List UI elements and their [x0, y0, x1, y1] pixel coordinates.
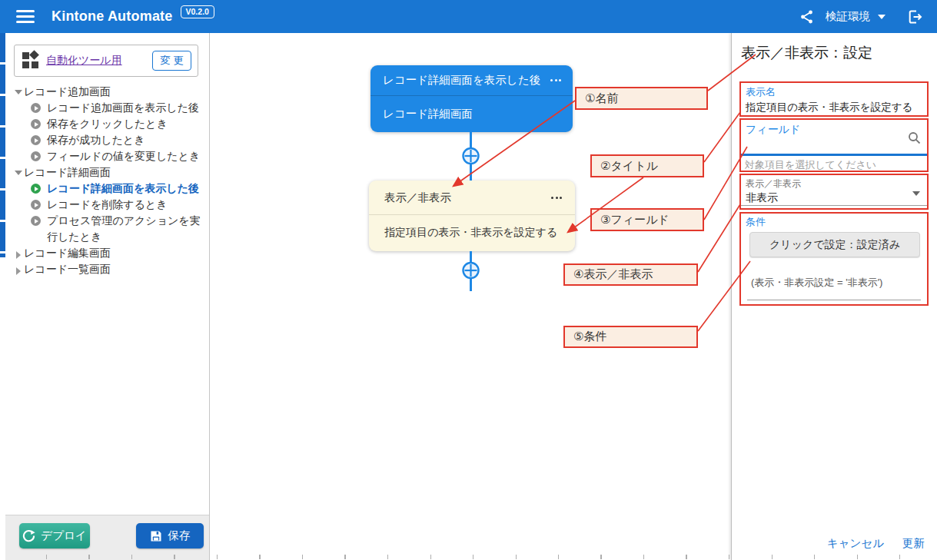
sync-icon — [22, 529, 35, 542]
top-header-bar: Kintone Automate V0.2.0 検証環境 — [0, 0, 937, 33]
display-name-field[interactable]: 表示名 指定項目の表示・非表示を設定する — [739, 81, 929, 117]
condition-config-button[interactable]: クリックで設定：設定済み — [749, 232, 920, 257]
tree-item[interactable]: 保存をクリックしたとき — [5, 116, 204, 132]
settings-panel: 表示／非表示：設定 表示名 指定項目の表示・非表示を設定する フィールド 対象項… — [731, 33, 937, 560]
add-step-plus-icon — [464, 148, 479, 164]
play-circle-icon — [31, 151, 41, 161]
app-icon — [22, 52, 39, 69]
trigger-node-subtitle: レコード詳細画面 — [370, 96, 573, 131]
node-menu-icon[interactable] — [550, 194, 563, 202]
annotation-condition: ⑤条件 — [563, 326, 698, 348]
tree-group-record-add[interactable]: レコード追加画面 — [5, 84, 204, 100]
visibility-label: 表示／非表示 — [746, 177, 922, 191]
play-circle-icon — [31, 135, 41, 145]
trigger-node-title: レコード詳細画面を表示した後 — [383, 73, 540, 88]
play-circle-icon-active — [31, 184, 41, 194]
field-placeholder: 対象項目を選択してください — [745, 158, 876, 172]
caret-right-icon — [13, 251, 24, 259]
update-button[interactable]: 更新 — [902, 536, 925, 551]
field-label: フィールド — [746, 123, 922, 137]
condition-underline — [747, 300, 921, 300]
condition-label: 条件 — [746, 215, 922, 229]
action-node-title: 表示／非表示 — [384, 191, 451, 205]
left-edge-strip — [0, 33, 5, 257]
version-badge: V0.2.0 — [181, 5, 214, 18]
play-circle-icon — [31, 200, 41, 210]
condition-field: 条件 クリックで設定：設定済み (表示・非表示設定 = '非表示') — [739, 212, 929, 306]
chevron-down-icon — [912, 191, 920, 196]
change-app-button[interactable]: 変 更 — [152, 51, 191, 71]
app-name-link[interactable]: 自動化ツール用 — [46, 54, 122, 68]
visibility-value: 非表示 — [746, 191, 922, 205]
tree-group-record-list[interactable]: レコード一覧画面 — [5, 261, 204, 277]
sidebar-footer: デプロイ 保存 — [5, 515, 209, 560]
caret-right-icon — [13, 267, 24, 275]
tree-item-selected[interactable]: レコード詳細画面を表示した後 — [5, 181, 204, 197]
tree-item[interactable]: レコード追加画面を表示した後 — [5, 100, 204, 116]
caret-down-icon — [13, 90, 24, 94]
search-icon[interactable] — [907, 131, 922, 148]
chevron-down-icon — [878, 15, 885, 19]
tree-item[interactable]: プロセス管理のアクションを実行したとき — [5, 213, 204, 245]
action-node-subtitle: 指定項目の表示・非表示を設定する — [369, 215, 575, 250]
display-name-value: 指定項目の表示・非表示を設定する — [746, 101, 922, 114]
save-button[interactable]: 保存 — [136, 523, 204, 548]
app-card: 自動化ツール用 変 更 — [14, 45, 198, 77]
logout-icon[interactable] — [907, 9, 923, 25]
panel-title: 表示／非表示：設定 — [741, 43, 872, 63]
play-circle-icon — [31, 216, 41, 226]
annotation-title: ②タイトル — [590, 154, 704, 177]
environment-selector[interactable]: 検証環境 — [826, 9, 885, 24]
visibility-underline — [741, 205, 927, 206]
tree-item[interactable]: 保存が成功したとき — [5, 132, 204, 148]
display-name-label: 表示名 — [746, 85, 922, 99]
field-selector[interactable]: フィールド 対象項目を選択してください — [739, 118, 929, 172]
hamburger-menu-icon[interactable] — [16, 10, 35, 23]
visibility-select[interactable]: 表示／非表示 非表示 — [739, 174, 929, 210]
field-input-underline — [741, 154, 927, 156]
condition-summary: (表示・非表示設定 = '非表示') — [751, 276, 882, 290]
environment-label: 検証環境 — [826, 9, 870, 24]
share-icon[interactable] — [799, 9, 815, 25]
annotation-visibility: ④表示／非表示 — [563, 263, 698, 286]
annotation-field: ③フィールド — [590, 208, 704, 231]
tree-group-record-edit[interactable]: レコード編集画面 — [5, 245, 204, 261]
sidebar: 自動化ツール用 変 更 レコード追加画面 レコード追加画面を表示した後 保存をク… — [5, 33, 210, 560]
tree-item[interactable]: フィールドの値を変更したとき — [5, 148, 204, 164]
play-circle-icon — [31, 119, 41, 129]
tree-group-record-detail[interactable]: レコード詳細画面 — [5, 164, 204, 181]
app-title: Kintone Automate — [52, 8, 173, 25]
play-circle-icon — [31, 103, 41, 113]
caret-down-icon — [13, 171, 24, 175]
cancel-button[interactable]: キャンセル — [827, 536, 884, 551]
floppy-save-icon — [150, 530, 162, 542]
annotation-name: ①名前 — [575, 87, 708, 110]
node-menu-icon[interactable] — [549, 76, 563, 84]
add-step-plus-icon — [464, 263, 479, 278]
deploy-button[interactable]: デプロイ — [19, 523, 90, 548]
event-tree: レコード追加画面 レコード追加画面を表示した後 保存をクリックしたとき 保存が成… — [5, 84, 204, 277]
action-node[interactable]: 表示／非表示 指定項目の表示・非表示を設定する — [369, 181, 575, 251]
tree-item[interactable]: レコードを削除するとき — [5, 197, 204, 213]
trigger-node[interactable]: レコード詳細画面を表示した後 レコード詳細画面 — [370, 65, 573, 132]
